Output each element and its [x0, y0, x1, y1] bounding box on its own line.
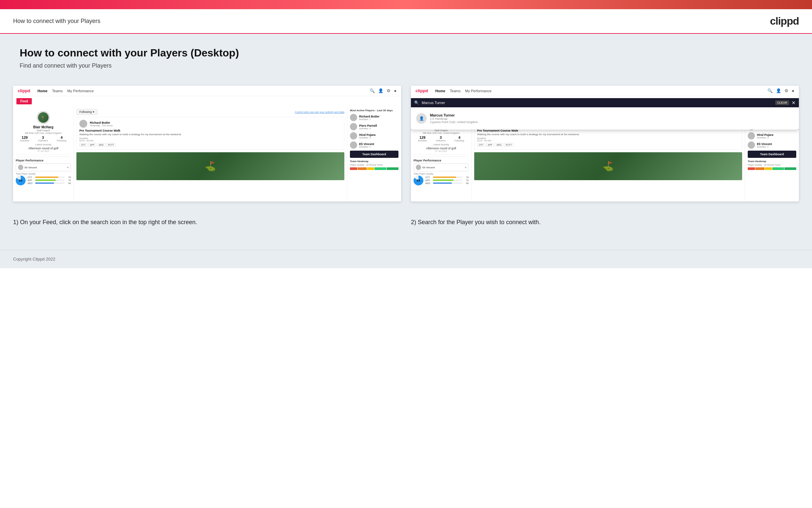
team-dashboard-button-1[interactable]: Team Dashboard: [350, 151, 398, 158]
content-area: clippd Home Teams My Performance 🔍 👤 ⚙ ●…: [0, 79, 812, 250]
search-input-display[interactable]: Marcus Turner: [422, 101, 773, 105]
step-2-description: 2) Search for the Player you wish to con…: [411, 211, 799, 230]
quality-score-1: 84 OTT 79 APP 70: [16, 176, 71, 185]
screenshots-row: clippd Home Teams My Performance 🔍 👤 ⚙ ●…: [13, 86, 799, 202]
nav-teams-2[interactable]: Teams: [450, 89, 461, 93]
settings-icon-2[interactable]: ⚙: [784, 88, 789, 93]
settings-icon-1[interactable]: ⚙: [387, 88, 391, 93]
bar-arg-1: ARG 64: [28, 182, 71, 184]
stat-following-1: 4 Following: [57, 135, 66, 142]
app-left-1: 🏌 Blair McHarg Golf Coach Mill Ride Golf…: [13, 106, 74, 202]
app-nav-1: clippd Home Teams My Performance 🔍 👤 ⚙ ●: [13, 86, 401, 96]
shot-tags-2: OTT APP ARG PUTT: [477, 143, 739, 147]
active-avatar-1: [350, 114, 357, 121]
search-result-avatar: 👤: [416, 113, 427, 124]
stat-followers-2: 3 Followers: [436, 135, 446, 142]
quality-score-2: 84 OTT 79 APP 70: [414, 176, 469, 185]
bar-app-1: APP 70: [28, 179, 71, 181]
nav-home-2[interactable]: Home: [435, 89, 445, 93]
active-avatar-r4: [748, 141, 755, 149]
search-result-item[interactable]: 👤 Marcus Turner 1-5 Handicap Cypress Poi…: [414, 111, 796, 126]
nav-items-2: Home Teams My Performance: [435, 89, 762, 93]
score-circle-1: 84: [16, 176, 26, 185]
search-icon-1[interactable]: 🔍: [370, 88, 375, 93]
app-logo-2: clippd: [416, 88, 428, 93]
search-clear-button[interactable]: CLEAR: [775, 100, 789, 105]
screenshot-2: clippd Home Teams My Performance 🔍 👤 ⚙ ●…: [411, 86, 799, 202]
app-right-1: Most Active Players - Last 30 days Richa…: [347, 106, 401, 202]
stat-following-2: 4 Following: [455, 135, 464, 142]
following-button-1[interactable]: Following ▾: [77, 109, 97, 115]
profile-club-1: Mill Ride Golf Club, United Kingdom: [16, 132, 71, 134]
search-overlay: 🔍 Marcus Turner CLEAR ✕ 👤 Marcus Turner …: [411, 98, 799, 130]
top-bar: [0, 0, 812, 9]
bar-ott-2: OTT 79: [425, 176, 469, 178]
bar-app-2: APP 70: [425, 179, 469, 181]
stat-activities-2: 129 Activities: [418, 135, 427, 142]
nav-myperformance-1[interactable]: My Performance: [67, 89, 94, 93]
profile-role-1: Golf Coach: [16, 129, 71, 132]
hero-subtitle: Find and connect with your Players: [20, 62, 792, 69]
player-select-1[interactable]: Eli Vincent ▾: [16, 163, 71, 171]
app-nav-2: clippd Home Teams My Performance 🔍 👤 ⚙ ●: [411, 86, 799, 96]
hero-title: How to connect with your Players (Deskto…: [20, 47, 792, 59]
team-dashboard-button-2[interactable]: Team Dashboard: [748, 151, 796, 158]
player-select-avatar-1: [18, 165, 23, 170]
step-1-description: 1) On your Feed, click on the search ico…: [13, 211, 401, 230]
active-avatar-4: [350, 141, 357, 149]
active-player-3: Hiral Pujara Activities: 3: [350, 132, 398, 139]
avatar-icon-1[interactable]: ●: [394, 88, 396, 93]
stats-row-1: 129 Activities 3 Followers 4 Following: [16, 135, 71, 142]
bar-arg-2: ARG 64: [425, 182, 469, 184]
nav-teams-1[interactable]: Teams: [52, 89, 63, 93]
nav-icons-2: 🔍 👤 ⚙ ●: [767, 88, 794, 93]
nav-home-1[interactable]: Home: [37, 89, 48, 93]
search-bar: 🔍 Marcus Turner CLEAR ✕: [411, 98, 799, 107]
player-performance-section-2: Player Performance Eli Vincent ▾ Total P…: [414, 157, 469, 185]
active-avatar-2: [350, 123, 357, 130]
search-close-button[interactable]: ✕: [792, 100, 796, 105]
nav-items-1: Home Teams My Performance: [37, 89, 364, 93]
hero-section: How to connect with your Players (Deskto…: [0, 34, 812, 79]
app-logo-1: clippd: [18, 88, 30, 93]
active-player-r4: Eli Vincent Activities: 1: [748, 141, 796, 149]
heatmap-bar-1: [350, 167, 398, 170]
golf-image-1: ⛳: [77, 152, 344, 180]
player-select-avatar-2: [416, 165, 421, 170]
chevron-down-icon-2: ▾: [465, 166, 466, 169]
page-title: How to connect with your Players: [13, 18, 100, 25]
search-results: 👤 Marcus Turner 1-5 Handicap Cypress Poi…: [411, 107, 799, 130]
active-player-2: Piers Parnell Activities: 4: [350, 123, 398, 130]
stats-row-2: 129 Activities 3 Followers 4 Following: [414, 135, 469, 142]
active-avatar-r3: [748, 132, 755, 139]
player-performance-section-1: Player Performance Eli Vincent ▾ Total P…: [16, 157, 71, 185]
active-player-r3: Hiral Pujara Activities: 3: [748, 132, 796, 139]
following-row-1: Following ▾ Control who can see your act…: [77, 109, 344, 115]
nav-icons-1: 🔍 👤 ⚙ ●: [370, 88, 396, 93]
person-icon-1[interactable]: 👤: [378, 88, 383, 93]
active-avatar-3: [350, 132, 357, 139]
control-link-1[interactable]: Control who can see your activity and da…: [295, 111, 344, 114]
header: How to connect with your Players clippd: [0, 9, 812, 34]
golf-image-2: ⛳: [474, 152, 742, 180]
descriptions-row: 1) On your Feed, click on the search ico…: [13, 211, 799, 230]
active-player-1: Richard Butler Activities: 7: [350, 114, 398, 121]
nav-myperformance-2[interactable]: My Performance: [465, 89, 491, 93]
feed-tab-1[interactable]: Feed: [16, 98, 32, 104]
search-icon-overlay: 🔍: [414, 100, 419, 105]
screenshot-1: clippd Home Teams My Performance 🔍 👤 ⚙ ●…: [13, 86, 401, 202]
search-icon-2[interactable]: 🔍: [767, 88, 773, 93]
avatar-icon-2[interactable]: ●: [792, 88, 794, 93]
score-bars-1: OTT 79 APP 70 ARG: [28, 176, 71, 185]
app-body-1: 🏌 Blair McHarg Golf Coach Mill Ride Golf…: [13, 106, 401, 202]
score-circle-2: 84: [414, 176, 423, 185]
player-select-2[interactable]: Eli Vincent ▾: [414, 163, 469, 171]
person-icon-2[interactable]: 👤: [776, 88, 781, 93]
app-center-1: Following ▾ Control who can see your act…: [74, 106, 347, 202]
shot-tags-1: OTT APP ARG PUTT: [79, 143, 341, 147]
footer: Copyright Clippd 2022: [0, 250, 812, 268]
heatmap-bar-2: [748, 167, 796, 170]
profile-avatar-1: 🏌: [37, 111, 50, 124]
clippd-logo: clippd: [770, 15, 799, 27]
profile-name-1: Blair McHarg: [16, 125, 71, 129]
